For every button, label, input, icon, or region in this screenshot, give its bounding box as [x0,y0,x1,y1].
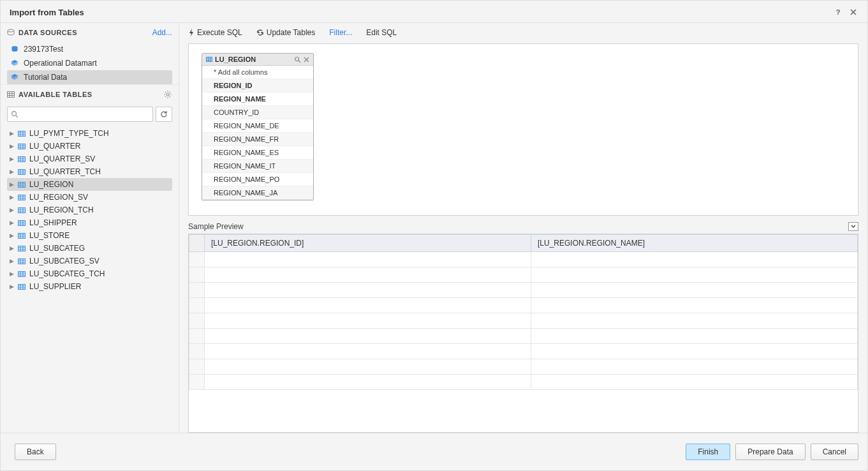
datasource-item[interactable]: Tutorial Data [7,70,172,84]
column-item[interactable]: COUNTRY_ID [202,106,313,119]
table-tree-item[interactable]: ▶LU_SUBCATEG_SV [7,255,172,267]
svg-text:?: ? [836,8,841,16]
cube-icon [11,73,20,81]
search-input[interactable] [7,107,153,122]
table-tree-item[interactable]: ▶LU_SUBCATEG [7,242,172,255]
preview-cell [205,267,531,283]
preview-cell [531,359,858,375]
table-card-header[interactable]: LU_REGION [202,54,313,66]
table-icon [18,284,27,290]
preview-cell [205,359,531,375]
table-name: LU_SHIPPER [29,218,77,227]
column-item[interactable]: REGION_NAME_IT [202,160,313,173]
prepare-data-button[interactable]: Prepare Data [735,444,805,460]
execute-sql-button[interactable]: Execute SQL [188,28,242,37]
add-datasource-link[interactable]: Add... [152,28,172,37]
main-panel: Execute SQL Update Tables Filter... Edit… [179,23,867,433]
preview-cell [205,283,531,298]
table-card[interactable]: LU_REGION * Add all columnsREGION_IDREGI… [202,53,314,200]
preview-header: Sample Preview [188,222,858,234]
svg-point-20 [295,57,299,61]
caret-right-icon: ▶ [10,194,16,200]
table-name: LU_STORE [29,231,70,240]
finish-button[interactable]: Finish [686,444,730,460]
table-tree-item[interactable]: ▶LU_QUARTER_SV [7,153,172,165]
row-corner [189,235,205,252]
preview-column-header[interactable]: [LU_REGION.REGION_ID] [205,235,531,252]
preview-row [189,344,858,359]
table-tree-item[interactable]: ▶LU_SUBCATEG_TCH [7,267,172,280]
table-tree-item[interactable]: ▶LU_REGION [7,178,172,191]
column-item[interactable]: REGION_NAME_JA [202,186,313,200]
table-name: LU_QUARTER_SV [29,154,95,163]
preview-column-header[interactable]: [LU_REGION.REGION_NAME] [531,235,858,252]
caret-right-icon: ▶ [10,168,16,175]
card-close-icon[interactable] [304,57,309,63]
table-tree-item[interactable]: ▶LU_SUPPLIER [7,280,172,293]
datasource-item[interactable]: Operational Datamart [7,56,172,70]
table-name: LU_SUBCATEG [29,244,85,253]
preview-cell [205,252,531,267]
column-item[interactable]: REGION_NAME_FR [202,133,313,146]
add-all-columns[interactable]: * Add all columns [202,66,313,79]
preview-table: [LU_REGION.REGION_ID][LU_REGION.REGION_N… [188,234,858,433]
footer: Back Finish Prepare Data Cancel [1,433,867,470]
table-tree-item[interactable]: ▶LU_SHIPPER [7,216,172,229]
column-item[interactable]: REGION_NAME_DE [202,119,313,133]
preview-row [189,267,858,283]
preview-cell [531,375,858,390]
table-icon [18,182,27,188]
datasource-name: Operational Datamart [24,59,97,68]
caret-right-icon: ▶ [10,143,16,149]
preview-cell [205,344,531,359]
edit-sql-button[interactable]: Edit SQL [366,28,397,37]
table-grid-icon [7,91,15,98]
table-name: LU_QUARTER_TCH [29,167,101,176]
dialog-title: Import from Tables [10,8,828,17]
cancel-button[interactable]: Cancel [811,444,858,460]
preview-expand-icon[interactable] [848,222,858,231]
sidebar: DATA SOURCES Add... 239173TestOperationa… [1,23,179,433]
caret-right-icon: ▶ [10,207,16,213]
table-tree-item[interactable]: ▶LU_STORE [7,229,172,242]
table-tree-item[interactable]: ▶LU_REGION_SV [7,191,172,204]
filter-button[interactable]: Filter... [329,28,352,37]
table-name: LU_REGION [29,180,73,189]
query-canvas[interactable]: LU_REGION * Add all columnsREGION_IDREGI… [188,43,858,216]
preview-cell [205,298,531,313]
caret-right-icon: ▶ [10,271,16,277]
row-handle [189,359,205,375]
table-tree-item[interactable]: ▶LU_REGION_TCH [7,204,172,216]
refresh-button[interactable] [156,107,172,122]
svg-rect-7 [18,144,26,149]
data-sources-title: DATA SOURCES [18,29,77,36]
svg-point-1 [8,29,14,32]
row-handle [189,313,205,329]
close-icon[interactable] [848,7,858,17]
data-sources-header: DATA SOURCES Add... [1,23,179,42]
table-tree-item[interactable]: ▶LU_QUARTER [7,140,172,153]
table-icon [206,57,212,62]
card-search-icon[interactable] [294,56,301,63]
column-item[interactable]: REGION_ID [202,79,313,93]
datasource-name: Tutorial Data [24,73,67,82]
column-item[interactable]: REGION_NAME_ES [202,146,313,160]
preview-cell [531,329,858,344]
help-icon[interactable]: ? [833,7,843,17]
back-button[interactable]: Back [15,444,56,460]
table-tree-item[interactable]: ▶LU_QUARTER_TCH [7,165,172,178]
column-item[interactable]: REGION_NAME_PO [202,173,313,186]
datasource-item[interactable]: 239173Test [7,42,172,56]
column-item[interactable]: REGION_NAME [202,93,313,106]
svg-rect-19 [207,57,212,62]
caret-right-icon: ▶ [10,245,16,251]
table-icon [18,131,27,137]
preview-cell [531,252,858,267]
table-icon [18,271,27,277]
table-name: LU_PYMT_TYPE_TCH [29,129,109,138]
update-tables-button[interactable]: Update Tables [256,28,316,37]
table-tree-item[interactable]: ▶LU_PYMT_TYPE_TCH [7,127,172,140]
caret-right-icon: ▶ [10,156,16,162]
gear-icon[interactable] [163,90,172,99]
svg-rect-13 [18,220,26,225]
